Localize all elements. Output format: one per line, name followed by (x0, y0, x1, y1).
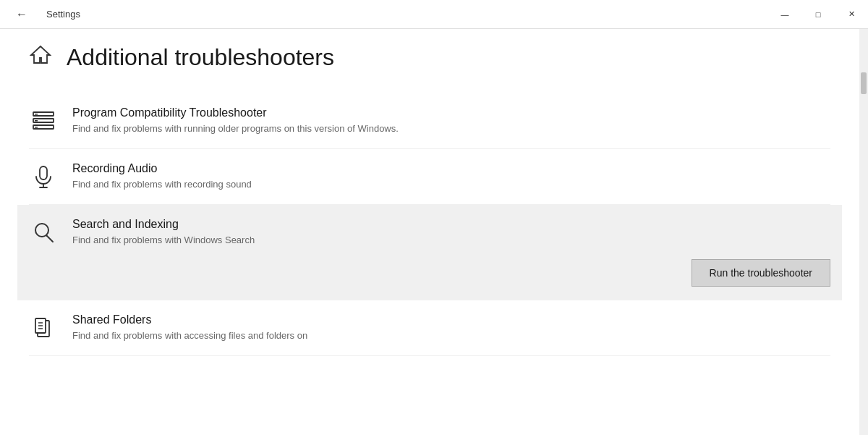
maximize-button[interactable]: □ (801, 0, 835, 29)
page-header: Additional troubleshooters (29, 43, 830, 72)
troubleshooter-list: Program Compatibility Troubleshooter Fin… (29, 93, 830, 356)
home-icon (29, 43, 52, 72)
troubleshooter-item-program-compatibility[interactable]: Program Compatibility Troubleshooter Fin… (29, 93, 830, 149)
troubleshooter-info-recording-audio: Recording Audio Find and fix problems wi… (72, 162, 830, 191)
troubleshooter-desc-shared-folders: Find and fix problems with accessing fil… (72, 329, 830, 342)
troubleshooter-desc-program-compatibility: Find and fix problems with running older… (72, 122, 830, 135)
close-button[interactable]: ✕ (835, 0, 868, 29)
title-bar-title: Settings (46, 9, 80, 20)
troubleshooter-item-shared-folders[interactable]: Shared Folders Find and fix problems wit… (29, 300, 830, 356)
troubleshooter-name-search-indexing: Search and Indexing (72, 218, 830, 231)
troubleshooter-item-header: Program Compatibility Troubleshooter Fin… (29, 106, 830, 135)
program-compatibility-icon (29, 106, 58, 134)
back-button[interactable]: ← (9, 1, 35, 28)
page-title: Additional troubleshooters (67, 44, 334, 71)
svg-line-10 (47, 236, 54, 242)
svg-point-9 (35, 224, 48, 237)
troubleshooter-name-shared-folders: Shared Folders (72, 313, 830, 326)
troubleshooter-desc-search-indexing: Find and fix problems with Windows Searc… (72, 234, 830, 247)
svg-rect-4 (35, 120, 38, 122)
scrollbar[interactable] (859, 29, 868, 435)
title-bar: ← Settings — □ ✕ (0, 0, 868, 29)
troubleshooter-name-recording-audio: Recording Audio (72, 162, 830, 175)
content-area: Additional troubleshooters (0, 29, 859, 435)
troubleshooter-info-search-indexing: Search and Indexing Find and fix problem… (72, 218, 830, 247)
search-indexing-icon (29, 218, 58, 245)
troubleshooter-item-header-recording: Recording Audio Find and fix problems wi… (29, 162, 830, 191)
minimize-button[interactable]: — (768, 0, 801, 29)
run-troubleshooter-button[interactable]: Run the troubleshooter (692, 259, 830, 287)
troubleshooter-item-recording-audio[interactable]: Recording Audio Find and fix problems wi… (29, 149, 830, 205)
troubleshooter-desc-recording-audio: Find and fix problems with recording sou… (72, 178, 830, 191)
troubleshooter-info-program-compatibility: Program Compatibility Troubleshooter Fin… (72, 106, 830, 135)
troubleshooter-name-program-compatibility: Program Compatibility Troubleshooter (72, 106, 830, 119)
svg-rect-6 (40, 166, 47, 180)
recording-audio-icon (29, 162, 58, 190)
svg-rect-5 (35, 127, 38, 128)
run-btn-container: Run the troubleshooter (29, 259, 830, 287)
scrollbar-thumb[interactable] (861, 72, 867, 94)
troubleshooter-info-shared-folders: Shared Folders Find and fix problems wit… (72, 313, 830, 342)
title-bar-left: ← Settings (9, 1, 80, 28)
main-content: Additional troubleshooters (0, 29, 868, 435)
troubleshooter-item-header-search: Search and Indexing Find and fix problem… (29, 218, 830, 247)
shared-folders-icon (29, 313, 58, 341)
troubleshooter-item-header-shared: Shared Folders Find and fix problems wit… (29, 313, 830, 342)
troubleshooter-item-search-indexing[interactable]: Search and Indexing Find and fix problem… (17, 205, 842, 300)
home-icon-svg (29, 43, 52, 67)
svg-rect-3 (35, 114, 38, 115)
title-bar-controls: — □ ✕ (768, 0, 868, 29)
